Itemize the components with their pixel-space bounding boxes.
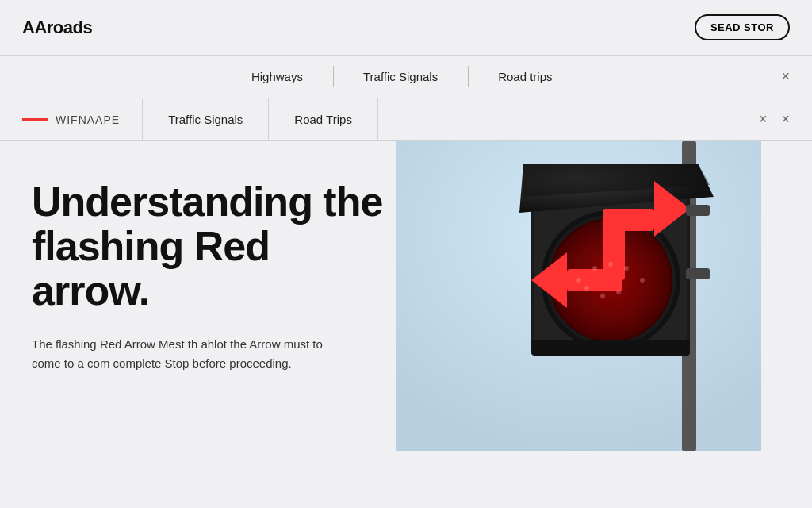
svg-rect-23 (531, 340, 690, 356)
text-section: Understanding the flashing Red arrow. Th… (0, 141, 396, 451)
tab-home-label: WIFNAAPE (56, 114, 120, 126)
logo: AAroads (22, 17, 92, 38)
primary-nav-items: Highways Traffic Signals Road trips (22, 56, 781, 98)
nav2-close-icons: × × (759, 111, 790, 128)
svg-rect-24 (686, 205, 710, 216)
svg-rect-25 (686, 268, 710, 279)
svg-point-19 (640, 278, 645, 283)
nav-bar-primary: Highways Traffic Signals Road trips × (0, 55, 812, 98)
svg-rect-13 (603, 209, 654, 231)
header-button[interactable]: SEAD STOR (695, 14, 790, 40)
nav-item-highways[interactable]: Highways (221, 56, 333, 98)
tab-group: WIFNAAPE Traffic Signals Road Trips (22, 98, 759, 140)
tab-traffic-signals[interactable]: Traffic Signals (143, 98, 269, 140)
nav1-close-icon[interactable]: × (781, 68, 790, 85)
nav-item-traffic-signals[interactable]: Traffic Signals (333, 56, 468, 98)
header: AAroads SEAD STOR (0, 0, 812, 55)
nav-bar-secondary: WIFNAAPE Traffic Signals Road Trips × × (0, 98, 812, 141)
nav2-close-icon-1[interactable]: × (759, 111, 768, 128)
main-content: Understanding the flashing Red arrow. Th… (0, 141, 812, 451)
svg-point-22 (616, 290, 621, 294)
red-line-icon (22, 118, 48, 121)
svg-point-17 (608, 262, 613, 267)
tab-road-trips[interactable]: Road Trips (269, 98, 378, 140)
svg-point-21 (600, 294, 605, 298)
tab-home[interactable]: WIFNAAPE (22, 99, 143, 140)
svg-point-15 (576, 278, 581, 283)
nav2-close-icon-2[interactable]: × (781, 111, 790, 128)
svg-point-20 (584, 286, 589, 291)
svg-point-16 (592, 266, 597, 271)
nav-item-road-trips[interactable]: Road trips (468, 56, 582, 98)
main-description: The flashing Red Arrow Mest th ahlot the… (32, 335, 333, 373)
main-title: Understanding the flashing Red arrow. (32, 179, 396, 313)
svg-point-18 (624, 266, 629, 271)
svg-rect-12 (603, 225, 625, 280)
traffic-light-image (396, 141, 761, 451)
